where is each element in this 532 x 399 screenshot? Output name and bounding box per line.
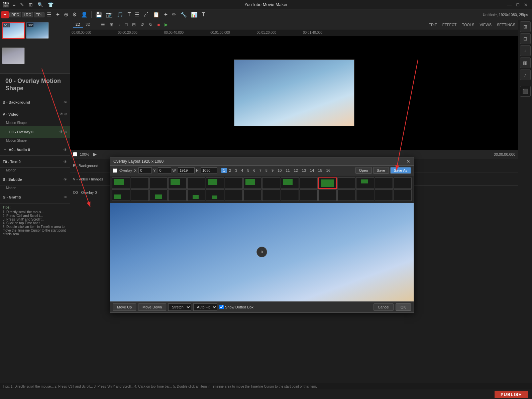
grid-cell-1-5[interactable] <box>187 177 205 189</box>
ok-btn[interactable]: OK <box>396 303 411 311</box>
x-field[interactable] <box>138 167 152 173</box>
slot-10[interactable]: 10 <box>276 168 283 173</box>
grid-cell-1-9[interactable] <box>262 177 280 189</box>
grid-cell-2-11[interactable] <box>300 189 318 201</box>
grid-cell-2-12[interactable] <box>318 189 336 201</box>
menu-tools[interactable]: TOOLS <box>462 23 474 27</box>
layer-add-btn[interactable]: + <box>3 130 7 134</box>
slot-15[interactable]: 15 <box>316 168 324 173</box>
grid-cell-2-2[interactable] <box>131 189 149 201</box>
layer-audio[interactable]: + A0 - Audio 0 👁 <box>0 144 70 156</box>
search-top-btn[interactable]: 🔍 <box>36 1 44 8</box>
save-btn[interactable]: Save <box>373 167 389 174</box>
media-thumb-1[interactable]: 001 <box>2 22 25 39</box>
tpl-button[interactable]: TPL <box>34 12 44 17</box>
rp-grid-btn[interactable]: ⊞ <box>520 21 531 32</box>
rp-align-btn[interactable]: ⊟ <box>520 33 531 44</box>
menu-effect[interactable]: EFFECT <box>442 23 457 27</box>
grid-cell-2-16[interactable] <box>394 189 412 201</box>
media-thumb-3[interactable] <box>2 47 25 64</box>
slot-16[interactable]: 16 <box>325 168 332 173</box>
media-thumb-2[interactable]: 002 <box>26 22 49 39</box>
menu-settings[interactable]: SETTINGS <box>497 23 515 27</box>
tl-redo-btn[interactable]: ↻ <box>147 21 154 28</box>
list-btn[interactable]: ☰ <box>45 10 53 19</box>
w-field[interactable] <box>178 167 195 173</box>
grid-cell-1-6[interactable] <box>206 177 224 189</box>
clipboard-icon[interactable]: 📋 <box>151 10 161 19</box>
grid-cell-1-7[interactable] <box>225 177 243 189</box>
layer-overlay[interactable]: + O0 - Overlay 0 👁 ⊕ <box>0 126 70 138</box>
tl-split-btn[interactable]: ⊟ <box>131 21 137 28</box>
layer-background[interactable]: B - Background 👁 <box>0 96 70 108</box>
rp-plus-btn[interactable]: + <box>520 45 531 56</box>
close-btn[interactable]: ✕ <box>523 1 529 8</box>
grid-cell-2-4[interactable] <box>168 189 186 201</box>
brush-icon[interactable]: 🖊 <box>142 11 150 19</box>
slot-12[interactable]: 12 <box>292 168 300 173</box>
tl-play-btn[interactable]: ▶ <box>163 21 169 28</box>
add-circle-btn[interactable]: ⊕ <box>62 10 70 19</box>
slot-2[interactable]: 2 <box>227 168 233 173</box>
slot-4[interactable]: 4 <box>239 168 245 173</box>
rec-button[interactable]: REC <box>9 12 21 17</box>
type-icon[interactable]: T <box>200 11 207 19</box>
wrench-icon[interactable]: 🔧 <box>179 10 189 19</box>
tl-frame-btn[interactable]: □ <box>124 21 129 28</box>
grid-cell-1-16[interactable] <box>394 177 412 189</box>
grid-cell-1-4[interactable] <box>168 177 186 189</box>
lrc-button[interactable]: LRC <box>22 12 33 17</box>
slot-3[interactable]: 3 <box>233 168 239 173</box>
list2-icon[interactable]: ☰ <box>133 10 141 19</box>
move-up-btn[interactable]: Move Up <box>113 303 136 311</box>
slot-1[interactable]: 1 <box>221 168 227 173</box>
grid-cell-2-7[interactable] <box>225 189 243 201</box>
save-icon[interactable]: 💾 <box>94 10 104 19</box>
user-btn[interactable]: 👤 <box>79 10 89 19</box>
open-btn[interactable]: Open <box>355 167 372 174</box>
slot-9[interactable]: 9 <box>270 168 275 173</box>
slot-11[interactable]: 11 <box>284 168 291 173</box>
grid-cell-2-9[interactable] <box>262 189 280 201</box>
tl-undo-btn[interactable]: ↺ <box>139 21 145 28</box>
cancel-btn[interactable]: Cancel <box>374 303 394 311</box>
slot-14[interactable]: 14 <box>308 168 316 173</box>
grid-cell-2-15[interactable] <box>375 189 393 201</box>
grid-cell-1-3[interactable] <box>149 177 168 189</box>
grid-cell-1-12[interactable] <box>318 177 336 189</box>
grid-btn[interactable]: ⊞ <box>27 1 34 8</box>
gear-btn[interactable]: ⚙ <box>71 10 79 19</box>
overlay-close-btn[interactable]: ✕ <box>406 159 410 164</box>
show-dotted-box-label[interactable]: Show Dotted Box <box>219 305 253 309</box>
grid-cell-1-1[interactable] <box>112 177 130 189</box>
slot-5[interactable]: 5 <box>245 168 251 173</box>
grid-cell-2-13[interactable] <box>337 189 355 201</box>
h-field[interactable] <box>201 167 217 173</box>
grid-cell-2-8[interactable] <box>243 189 261 201</box>
add-button[interactable]: + <box>1 11 9 18</box>
grid-cell-1-8[interactable] <box>243 177 261 189</box>
layer-audio-add-btn[interactable]: + <box>3 147 7 152</box>
star-btn[interactable]: ✦ <box>54 10 62 19</box>
camera-icon[interactable]: 📷 <box>104 10 114 19</box>
stretch-select[interactable]: Stretch Fit Fill <box>168 303 191 311</box>
grid-cell-1-11[interactable] <box>300 177 318 189</box>
tl-stop-btn[interactable]: ■ <box>156 21 161 28</box>
layer-video[interactable]: V - Video 👁 ⊕ <box>0 108 70 120</box>
menu-views[interactable]: VIEWS <box>480 23 492 27</box>
slot-8[interactable]: 8 <box>264 168 269 173</box>
rp-layout-btn[interactable]: ▦ <box>520 57 531 68</box>
rp-music-btn[interactable]: ♪ <box>520 70 531 80</box>
sparkle-icon[interactable]: ✦ <box>162 10 170 19</box>
layer-subtitle[interactable]: S - Subtitle 👁 <box>0 173 70 185</box>
pencil-btn[interactable]: ✎ <box>19 1 25 8</box>
publish-btn[interactable]: PUBLISH <box>495 391 528 398</box>
grid-cell-1-13[interactable] <box>337 177 355 189</box>
menu-edit[interactable]: EDIT <box>429 23 437 27</box>
tl-list-btn[interactable]: ☰ <box>100 21 106 28</box>
slot-6[interactable]: 6 <box>252 168 257 173</box>
y-field[interactable] <box>158 167 171 173</box>
slot-7[interactable]: 7 <box>258 168 263 173</box>
layer-text[interactable]: T0 - Text 0 👁 <box>0 156 70 168</box>
chart-icon[interactable]: 📊 <box>189 10 199 19</box>
